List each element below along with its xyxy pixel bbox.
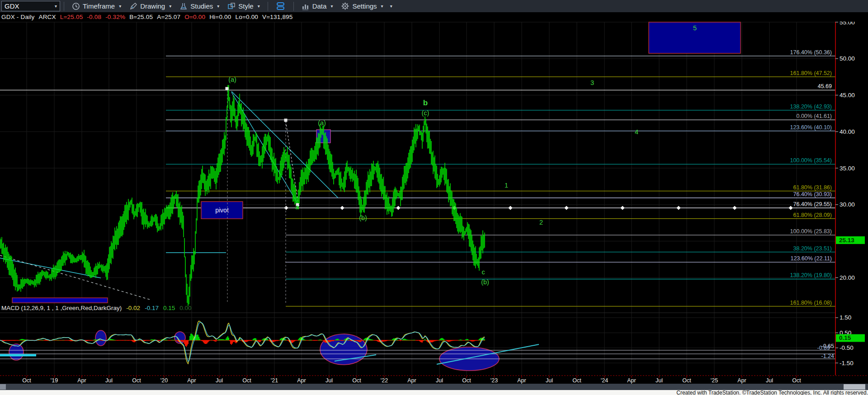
price-tick-label: 40.00 xyxy=(840,128,855,135)
macd-histogram-negative xyxy=(1,340,477,347)
style-button[interactable]: Style ▾ xyxy=(223,0,264,12)
time-tick-label: '20 xyxy=(160,377,168,384)
chart-canvas[interactable]: 176.40% (50.36)161.80% (47.52)45.69138.2… xyxy=(0,0,868,395)
drawing-label: Drawing xyxy=(140,2,165,10)
wave-label: 5 xyxy=(693,24,697,32)
fib-label: 161.80% (16.08) xyxy=(790,300,832,306)
drawing-boxes: pivot xyxy=(12,22,741,303)
fib-diamond-marker xyxy=(508,206,512,210)
wave-label: a xyxy=(295,203,299,211)
macd-value-label: -1.24 xyxy=(821,353,835,359)
chevron-down-icon: ▾ xyxy=(119,4,121,9)
fib-diamond-marker xyxy=(284,206,288,210)
fib-diamond-marker xyxy=(396,206,400,210)
footer-credit-bar: Created with TradeStation. ©TradeStation… xyxy=(0,390,868,395)
text-segment: -0.32% xyxy=(105,14,125,20)
macd-tick-label: -1.50 xyxy=(840,360,854,367)
time-tick-label: Jul xyxy=(326,377,333,384)
wave-label: 2 xyxy=(539,219,543,226)
fib-label: 123.60% (22.11) xyxy=(791,255,832,262)
settings-button[interactable]: Settings ▾ xyxy=(337,0,387,12)
data-label: Data xyxy=(312,2,327,10)
time-tick-label: Oct xyxy=(572,377,581,384)
drag-handle[interactable] xyxy=(226,87,229,90)
elliott-wave-labels: (a)(a)a(b)b(c)c(b)12345 xyxy=(228,24,697,286)
timeframe-button[interactable]: Timeframe ▾ xyxy=(68,0,125,12)
time-axis: Oct'19AprJulOct'20AprJulOct'21AprJulOct'… xyxy=(0,375,868,384)
highlight-ellipse[interactable] xyxy=(95,330,106,346)
scrollbar-left-button[interactable] xyxy=(0,384,6,390)
time-tick-label: Apr xyxy=(737,377,746,384)
time-tick-label: Apr xyxy=(407,377,416,384)
time-tick-label: Oct xyxy=(682,377,691,384)
time-tick-label: Oct xyxy=(22,377,31,384)
wave-label: (b) xyxy=(481,278,489,286)
chevron-down-icon: ▾ xyxy=(381,4,383,9)
fibonacci-levels: 176.40% (50.36)161.80% (47.52)45.69138.2… xyxy=(0,49,835,306)
time-tick-label: Jul xyxy=(766,377,773,384)
macd-study-label: MACD (12,26,9, 1 , 1 ,Green,Red,DarkGray… xyxy=(1,304,196,312)
symbol-value: GDX xyxy=(5,2,19,10)
wave-label: (c) xyxy=(422,109,429,117)
fib-diamond-marker xyxy=(340,206,344,210)
studies-button[interactable]: Studies ▾ xyxy=(175,0,223,12)
time-tick-label: Oct xyxy=(242,377,251,384)
fib-label: 176.40% (50.36) xyxy=(790,49,832,56)
drawing-button[interactable]: Drawing ▾ xyxy=(125,0,175,12)
time-tick-label: '22 xyxy=(381,377,388,384)
fib-label: 45.69 xyxy=(818,83,832,89)
time-tick-label: Jul xyxy=(546,377,553,384)
toolbar-divider xyxy=(64,2,64,11)
studies-label: Studies xyxy=(190,2,213,10)
time-tick-label: '23 xyxy=(491,377,498,384)
fib-label: 76.40% (29.55) xyxy=(793,201,832,207)
price-tick-label: 30.00 xyxy=(840,201,855,208)
wave-label: (a) xyxy=(318,119,326,127)
toolbar-divider xyxy=(268,2,268,11)
text-segment: L=25.05 xyxy=(60,14,83,20)
time-tick-label: Oct xyxy=(792,377,801,384)
time-tick-label: Apr xyxy=(297,377,306,384)
price-tick-label: 35.00 xyxy=(840,165,855,172)
time-tick-label: Oct xyxy=(352,377,361,384)
wave-label: (b) xyxy=(359,214,367,221)
data-button[interactable]: Data ▾ xyxy=(297,0,337,12)
style-label: Style xyxy=(238,2,253,10)
base-bar-box[interactable] xyxy=(12,298,108,303)
pivot-label: pivot xyxy=(215,207,229,214)
highlight-ellipse[interactable] xyxy=(9,344,24,360)
chevron-down-icon: ▾ xyxy=(217,4,219,9)
time-tick-label: Jul xyxy=(656,377,663,384)
text-segment: 0.00 xyxy=(179,305,191,311)
fib-label: 138.20% (42.93) xyxy=(790,103,832,110)
scrollbar-thumb[interactable] xyxy=(844,384,865,390)
text-segment: V=131,895 xyxy=(262,14,293,20)
wave-label: (a) xyxy=(228,76,236,83)
tradestation-credit: Created with TradeStation. ©TradeStation… xyxy=(676,390,868,395)
time-tick-label: Jul xyxy=(216,377,223,384)
fib-label: 76.40% (30.93) xyxy=(793,191,832,198)
wave-label: 3 xyxy=(590,79,594,86)
clock-icon xyxy=(72,2,80,10)
time-tick-label: '24 xyxy=(601,377,608,384)
fib-label: 38.20% (23.51) xyxy=(793,245,832,252)
macd-tick-label: 1.50 xyxy=(840,314,851,321)
text-segment: -0.17 xyxy=(145,305,159,311)
toolbar-overflow-chevron[interactable]: ▾ xyxy=(390,4,392,9)
text-segment: B=25.05 xyxy=(129,14,153,20)
toolbar-divider xyxy=(293,2,294,11)
macd-badge-value: 0.15 xyxy=(839,334,851,341)
chevron-down-icon: ▾ xyxy=(258,4,260,9)
text-segment: MACD (12,26,9, 1 , 1 ,Green,Red,DarkGray… xyxy=(1,305,122,311)
time-tick-label: '21 xyxy=(271,377,278,384)
time-tick-label: Oct xyxy=(462,377,471,384)
symbol-combobox[interactable]: GDX ▾ xyxy=(1,1,60,11)
text-segment: -0.02 xyxy=(126,305,140,311)
macd-tick-label: -0.50 xyxy=(840,344,854,351)
chevron-down-icon: ▾ xyxy=(330,4,333,9)
layout-button[interactable] xyxy=(272,0,290,12)
drag-handle[interactable] xyxy=(284,119,288,122)
gear-icon xyxy=(341,2,349,10)
trendlines xyxy=(0,90,338,303)
wave-label: b xyxy=(423,99,428,107)
